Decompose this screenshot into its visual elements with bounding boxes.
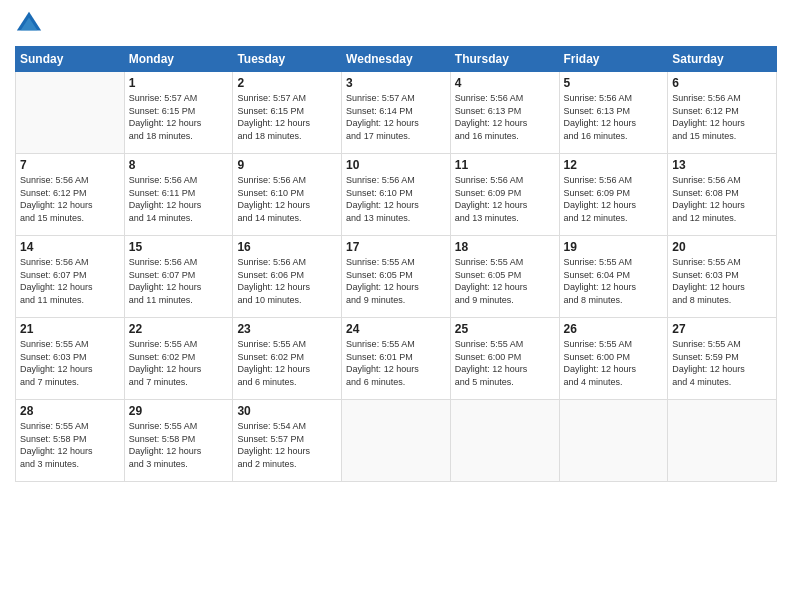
calendar-cell: 13Sunrise: 5:56 AMSunset: 6:08 PMDayligh…	[668, 154, 777, 236]
calendar-table: SundayMondayTuesdayWednesdayThursdayFrid…	[15, 46, 777, 482]
calendar-cell: 7Sunrise: 5:56 AMSunset: 6:12 PMDaylight…	[16, 154, 125, 236]
calendar-cell: 11Sunrise: 5:56 AMSunset: 6:09 PMDayligh…	[450, 154, 559, 236]
day-info: Sunrise: 5:56 AMSunset: 6:10 PMDaylight:…	[346, 174, 446, 224]
day-number: 9	[237, 158, 337, 172]
calendar-cell: 25Sunrise: 5:55 AMSunset: 6:00 PMDayligh…	[450, 318, 559, 400]
calendar-cell: 12Sunrise: 5:56 AMSunset: 6:09 PMDayligh…	[559, 154, 668, 236]
day-info: Sunrise: 5:56 AMSunset: 6:07 PMDaylight:…	[20, 256, 120, 306]
day-info: Sunrise: 5:56 AMSunset: 6:09 PMDaylight:…	[564, 174, 664, 224]
calendar-header-row: SundayMondayTuesdayWednesdayThursdayFrid…	[16, 47, 777, 72]
day-info: Sunrise: 5:56 AMSunset: 6:09 PMDaylight:…	[455, 174, 555, 224]
day-number: 16	[237, 240, 337, 254]
calendar-cell: 14Sunrise: 5:56 AMSunset: 6:07 PMDayligh…	[16, 236, 125, 318]
calendar-cell: 3Sunrise: 5:57 AMSunset: 6:14 PMDaylight…	[342, 72, 451, 154]
day-number: 5	[564, 76, 664, 90]
day-number: 12	[564, 158, 664, 172]
calendar-week-row: 1Sunrise: 5:57 AMSunset: 6:15 PMDaylight…	[16, 72, 777, 154]
calendar-cell: 19Sunrise: 5:55 AMSunset: 6:04 PMDayligh…	[559, 236, 668, 318]
logo-icon	[15, 10, 43, 38]
day-number: 24	[346, 322, 446, 336]
day-info: Sunrise: 5:55 AMSunset: 6:03 PMDaylight:…	[20, 338, 120, 388]
day-number: 11	[455, 158, 555, 172]
calendar-cell: 16Sunrise: 5:56 AMSunset: 6:06 PMDayligh…	[233, 236, 342, 318]
day-info: Sunrise: 5:55 AMSunset: 6:00 PMDaylight:…	[564, 338, 664, 388]
day-info: Sunrise: 5:56 AMSunset: 6:10 PMDaylight:…	[237, 174, 337, 224]
weekday-header-wednesday: Wednesday	[342, 47, 451, 72]
day-info: Sunrise: 5:56 AMSunset: 6:12 PMDaylight:…	[20, 174, 120, 224]
day-number: 2	[237, 76, 337, 90]
calendar-cell: 9Sunrise: 5:56 AMSunset: 6:10 PMDaylight…	[233, 154, 342, 236]
calendar-cell	[16, 72, 125, 154]
day-number: 21	[20, 322, 120, 336]
weekday-header-sunday: Sunday	[16, 47, 125, 72]
day-info: Sunrise: 5:55 AMSunset: 6:05 PMDaylight:…	[455, 256, 555, 306]
calendar-cell: 21Sunrise: 5:55 AMSunset: 6:03 PMDayligh…	[16, 318, 125, 400]
day-number: 22	[129, 322, 229, 336]
calendar-cell: 30Sunrise: 5:54 AMSunset: 5:57 PMDayligh…	[233, 400, 342, 482]
day-number: 6	[672, 76, 772, 90]
day-number: 10	[346, 158, 446, 172]
day-info: Sunrise: 5:55 AMSunset: 6:02 PMDaylight:…	[237, 338, 337, 388]
day-number: 29	[129, 404, 229, 418]
calendar-cell: 10Sunrise: 5:56 AMSunset: 6:10 PMDayligh…	[342, 154, 451, 236]
calendar-cell	[450, 400, 559, 482]
day-number: 19	[564, 240, 664, 254]
day-info: Sunrise: 5:56 AMSunset: 6:11 PMDaylight:…	[129, 174, 229, 224]
day-number: 26	[564, 322, 664, 336]
calendar-cell: 29Sunrise: 5:55 AMSunset: 5:58 PMDayligh…	[124, 400, 233, 482]
weekday-header-thursday: Thursday	[450, 47, 559, 72]
calendar-cell: 1Sunrise: 5:57 AMSunset: 6:15 PMDaylight…	[124, 72, 233, 154]
day-number: 15	[129, 240, 229, 254]
day-number: 17	[346, 240, 446, 254]
day-info: Sunrise: 5:56 AMSunset: 6:13 PMDaylight:…	[564, 92, 664, 142]
day-info: Sunrise: 5:55 AMSunset: 6:05 PMDaylight:…	[346, 256, 446, 306]
day-info: Sunrise: 5:56 AMSunset: 6:08 PMDaylight:…	[672, 174, 772, 224]
calendar-week-row: 21Sunrise: 5:55 AMSunset: 6:03 PMDayligh…	[16, 318, 777, 400]
calendar-cell: 8Sunrise: 5:56 AMSunset: 6:11 PMDaylight…	[124, 154, 233, 236]
calendar-cell: 20Sunrise: 5:55 AMSunset: 6:03 PMDayligh…	[668, 236, 777, 318]
calendar-cell	[668, 400, 777, 482]
calendar-cell	[342, 400, 451, 482]
calendar-cell: 2Sunrise: 5:57 AMSunset: 6:15 PMDaylight…	[233, 72, 342, 154]
calendar-cell: 15Sunrise: 5:56 AMSunset: 6:07 PMDayligh…	[124, 236, 233, 318]
day-number: 7	[20, 158, 120, 172]
day-number: 27	[672, 322, 772, 336]
logo	[15, 10, 47, 38]
calendar-week-row: 7Sunrise: 5:56 AMSunset: 6:12 PMDaylight…	[16, 154, 777, 236]
day-info: Sunrise: 5:57 AMSunset: 6:15 PMDaylight:…	[237, 92, 337, 142]
calendar-cell: 26Sunrise: 5:55 AMSunset: 6:00 PMDayligh…	[559, 318, 668, 400]
day-number: 23	[237, 322, 337, 336]
calendar-cell: 27Sunrise: 5:55 AMSunset: 5:59 PMDayligh…	[668, 318, 777, 400]
day-info: Sunrise: 5:56 AMSunset: 6:12 PMDaylight:…	[672, 92, 772, 142]
day-number: 20	[672, 240, 772, 254]
weekday-header-saturday: Saturday	[668, 47, 777, 72]
calendar-cell: 18Sunrise: 5:55 AMSunset: 6:05 PMDayligh…	[450, 236, 559, 318]
day-info: Sunrise: 5:55 AMSunset: 5:58 PMDaylight:…	[129, 420, 229, 470]
day-number: 14	[20, 240, 120, 254]
day-info: Sunrise: 5:57 AMSunset: 6:15 PMDaylight:…	[129, 92, 229, 142]
day-info: Sunrise: 5:55 AMSunset: 5:58 PMDaylight:…	[20, 420, 120, 470]
calendar-cell: 17Sunrise: 5:55 AMSunset: 6:05 PMDayligh…	[342, 236, 451, 318]
calendar-week-row: 28Sunrise: 5:55 AMSunset: 5:58 PMDayligh…	[16, 400, 777, 482]
day-number: 8	[129, 158, 229, 172]
day-number: 1	[129, 76, 229, 90]
day-info: Sunrise: 5:57 AMSunset: 6:14 PMDaylight:…	[346, 92, 446, 142]
calendar-cell	[559, 400, 668, 482]
day-info: Sunrise: 5:55 AMSunset: 6:00 PMDaylight:…	[455, 338, 555, 388]
day-info: Sunrise: 5:55 AMSunset: 5:59 PMDaylight:…	[672, 338, 772, 388]
calendar-cell: 6Sunrise: 5:56 AMSunset: 6:12 PMDaylight…	[668, 72, 777, 154]
calendar-cell: 5Sunrise: 5:56 AMSunset: 6:13 PMDaylight…	[559, 72, 668, 154]
calendar-cell: 22Sunrise: 5:55 AMSunset: 6:02 PMDayligh…	[124, 318, 233, 400]
day-number: 25	[455, 322, 555, 336]
day-number: 30	[237, 404, 337, 418]
day-info: Sunrise: 5:55 AMSunset: 6:03 PMDaylight:…	[672, 256, 772, 306]
calendar-cell: 24Sunrise: 5:55 AMSunset: 6:01 PMDayligh…	[342, 318, 451, 400]
calendar-cell: 4Sunrise: 5:56 AMSunset: 6:13 PMDaylight…	[450, 72, 559, 154]
calendar-cell: 23Sunrise: 5:55 AMSunset: 6:02 PMDayligh…	[233, 318, 342, 400]
day-info: Sunrise: 5:54 AMSunset: 5:57 PMDaylight:…	[237, 420, 337, 470]
day-number: 4	[455, 76, 555, 90]
day-info: Sunrise: 5:56 AMSunset: 6:06 PMDaylight:…	[237, 256, 337, 306]
day-number: 28	[20, 404, 120, 418]
day-number: 18	[455, 240, 555, 254]
weekday-header-friday: Friday	[559, 47, 668, 72]
